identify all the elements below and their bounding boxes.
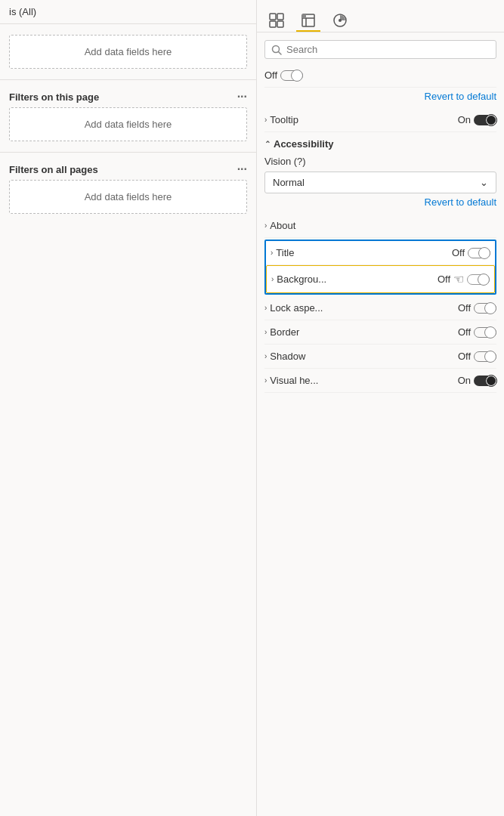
- about-chevron[interactable]: ›: [264, 221, 267, 230]
- shadow-chevron[interactable]: ›: [264, 352, 267, 360]
- border-row: › Border Off: [264, 320, 496, 345]
- title-toggle-label: Off: [452, 247, 465, 258]
- visual-header-row: › Visual he... On: [264, 369, 496, 393]
- svg-rect-1: [277, 14, 283, 20]
- tooltip-toggle-label: On: [458, 114, 471, 125]
- background-toggle-label: Off: [438, 274, 450, 285]
- border-chevron[interactable]: ›: [264, 328, 267, 336]
- revert-accessibility-link[interactable]: Revert to default: [264, 193, 496, 214]
- about-label: About: [270, 220, 295, 231]
- off-top-track[interactable]: [280, 70, 303, 81]
- border-toggle[interactable]: Off: [458, 326, 496, 338]
- title-chevron[interactable]: ›: [271, 249, 273, 257]
- left-panel: is (All) Add data fields here Filters on…: [0, 0, 257, 816]
- about-header[interactable]: › About: [264, 220, 295, 231]
- right-panel: Off Revert to default › Tooltip On ⌃ Acc…: [257, 0, 504, 816]
- vision-dropdown[interactable]: Normal ⌄: [264, 172, 496, 193]
- active-tab-underline: [296, 30, 320, 32]
- format-icon: [300, 12, 317, 29]
- cursor-hand-icon: ☜: [453, 272, 464, 286]
- about-highlighted-section: › Title Off › Backgrou... Off ☜: [264, 240, 496, 295]
- is-all-text: is (All): [9, 6, 36, 17]
- lock-aspect-track[interactable]: [474, 303, 496, 314]
- settings-content: Off Revert to default › Tooltip On ⌃ Acc…: [257, 63, 504, 816]
- background-track[interactable]: [467, 274, 490, 285]
- is-all-row: is (All): [0, 0, 256, 24]
- lock-aspect-toggle-label: Off: [458, 302, 471, 314]
- border-toggle-label: Off: [458, 326, 471, 338]
- first-add-fields-section: Add data fields here: [0, 24, 256, 75]
- filters-all-pages-label: Filters on all pages: [9, 164, 98, 175]
- tooltip-chevron[interactable]: ›: [264, 116, 267, 124]
- shadow-row: › Shadow Off: [264, 345, 496, 369]
- accessibility-chevron[interactable]: ⌃: [264, 140, 271, 148]
- lock-aspect-label: › Lock aspe...: [264, 302, 323, 314]
- tooltip-toggle[interactable]: On: [458, 114, 496, 125]
- filters-all-pages-section: Filters on all pages ··· Add data fields…: [0, 157, 256, 220]
- background-toggle[interactable]: Off ☜: [438, 272, 490, 286]
- filters-all-pages-add-fields[interactable]: Add data fields here: [9, 180, 247, 214]
- off-top-toggle[interactable]: Off: [264, 70, 303, 81]
- svg-line-11: [279, 51, 282, 54]
- visual-header-toggle[interactable]: On: [458, 375, 496, 386]
- search-input[interactable]: [286, 44, 490, 55]
- visual-header-label: › Visual he...: [264, 375, 318, 386]
- off-top-row: Off: [264, 63, 496, 88]
- svg-rect-2: [270, 21, 276, 27]
- tooltip-track[interactable]: [474, 115, 496, 125]
- tooltip-label: › Tooltip: [264, 114, 298, 125]
- background-chevron[interactable]: ›: [271, 275, 274, 283]
- filters-this-page-header: Filters on this page ···: [9, 91, 247, 103]
- filters-this-page-label: Filters on this page: [9, 91, 99, 103]
- fields-icon: [268, 12, 285, 29]
- lock-aspect-row: › Lock aspe... Off: [264, 296, 496, 320]
- svg-rect-3: [277, 21, 283, 27]
- filters-this-page-menu[interactable]: ···: [237, 91, 247, 103]
- off-top-label: Off: [264, 70, 277, 81]
- shadow-toggle-label: Off: [458, 351, 471, 362]
- border-label: › Border: [264, 326, 299, 338]
- search-icon: [271, 45, 282, 55]
- background-row: › Backgrou... Off ☜: [266, 265, 495, 293]
- shadow-label: › Shadow: [264, 351, 305, 362]
- svg-point-9: [339, 19, 342, 22]
- background-label: › Backgrou...: [271, 274, 326, 285]
- lock-aspect-toggle[interactable]: Off: [458, 302, 496, 314]
- vision-chevron-icon: ⌄: [480, 177, 488, 188]
- revert-top-link[interactable]: Revert to default: [264, 88, 496, 108]
- tab-analytics[interactable]: [328, 5, 352, 32]
- divider-1: [0, 79, 256, 80]
- svg-rect-7: [302, 14, 306, 18]
- filters-all-pages-menu[interactable]: ···: [237, 163, 247, 175]
- tab-bar: [257, 0, 504, 32]
- shadow-toggle[interactable]: Off: [458, 351, 496, 362]
- svg-rect-0: [270, 14, 276, 20]
- title-toggle[interactable]: Off: [452, 247, 490, 258]
- accessibility-header[interactable]: ⌃ Accessibility: [264, 132, 496, 153]
- visual-header-chevron[interactable]: ›: [264, 376, 267, 385]
- filters-this-page-add-fields[interactable]: Add data fields here: [9, 107, 247, 141]
- search-box: [264, 40, 496, 59]
- search-container: [257, 32, 504, 63]
- vision-label: Vision (?): [264, 153, 496, 172]
- tab-fields[interactable]: [264, 5, 289, 32]
- divider-2: [0, 152, 256, 153]
- title-track[interactable]: [468, 248, 490, 258]
- border-track[interactable]: [474, 327, 496, 338]
- tooltip-row: › Tooltip On: [264, 108, 496, 132]
- accessibility-label: Accessibility: [274, 138, 334, 150]
- lock-aspect-chevron[interactable]: ›: [264, 304, 267, 312]
- vision-value: Normal: [273, 177, 305, 188]
- first-add-fields-box[interactable]: Add data fields here: [9, 35, 247, 69]
- shadow-track[interactable]: [474, 351, 496, 362]
- title-label: › Title: [271, 247, 294, 258]
- analytics-icon: [332, 12, 348, 29]
- title-row: › Title Off: [266, 241, 495, 265]
- visual-header-toggle-label: On: [458, 375, 471, 386]
- tab-format[interactable]: [296, 5, 320, 32]
- about-header-row: › About: [264, 214, 496, 238]
- filters-this-page-section: Filters on this page ··· Add data fields…: [0, 85, 256, 147]
- visual-header-track[interactable]: [474, 376, 496, 386]
- filters-all-pages-header: Filters on all pages ···: [9, 163, 247, 175]
